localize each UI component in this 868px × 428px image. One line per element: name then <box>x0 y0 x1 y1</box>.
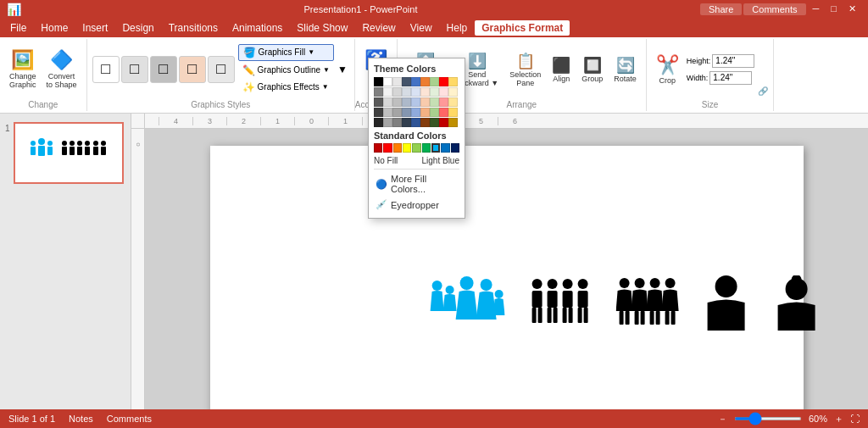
std-color-7[interactable] <box>431 143 440 153</box>
theme-color-3-8[interactable] <box>439 97 448 107</box>
theme-color-1-7[interactable] <box>430 77 439 86</box>
menu-slideshow[interactable]: Slide Show <box>290 20 354 36</box>
theme-color-1-1[interactable] <box>374 77 383 86</box>
std-color-6[interactable] <box>422 143 431 153</box>
minimize-btn[interactable]: ─ <box>808 3 825 15</box>
close-btn[interactable]: ✕ <box>843 3 861 15</box>
theme-color-3-4[interactable] <box>402 97 411 107</box>
style-box-5[interactable]: □ <box>208 56 235 83</box>
crop-btn[interactable]: ✂️ Crop <box>652 52 683 87</box>
theme-color-3-5[interactable] <box>411 97 420 107</box>
style-box-2[interactable]: □ <box>121 56 148 83</box>
ribbon-styles-group: □ □ □ □ □ 🪣 Graphics Fill ▼ ✏️ <box>87 39 355 111</box>
theme-color-3-3[interactable] <box>392 97 402 107</box>
slide-canvas[interactable] <box>210 146 804 409</box>
comments-button[interactable]: Comments <box>743 3 805 15</box>
share-button[interactable]: Share <box>700 3 742 15</box>
menu-graphics-format[interactable]: Graphics Format <box>475 20 570 36</box>
std-color-2[interactable] <box>383 143 392 153</box>
menu-home[interactable]: Home <box>34 20 75 36</box>
std-color-5[interactable] <box>412 143 420 153</box>
menu-transitions[interactable]: Transitions <box>162 20 225 36</box>
slide-thumbnail[interactable] <box>14 122 124 184</box>
theme-color-5-9[interactable] <box>448 118 458 127</box>
menu-help[interactable]: Help <box>440 20 475 36</box>
theme-color-4-7[interactable] <box>430 108 439 117</box>
theme-color-4-2[interactable] <box>383 108 392 117</box>
theme-color-1-6[interactable] <box>420 77 430 86</box>
graphics-outline-btn[interactable]: ✏️ Graphics Outline ▼ <box>238 63 334 78</box>
style-box-1[interactable]: □ <box>92 56 120 83</box>
theme-color-4-5[interactable] <box>411 108 420 117</box>
theme-color-3-2[interactable] <box>383 97 392 107</box>
theme-color-5-7[interactable] <box>430 118 439 127</box>
size-expand-btn[interactable]: 🔗 <box>758 86 768 96</box>
align-btn[interactable]: ⬛ Align <box>548 53 575 86</box>
theme-color-5-5[interactable] <box>411 118 420 127</box>
height-input[interactable] <box>712 54 754 68</box>
menu-file[interactable]: File <box>3 20 33 36</box>
zoom-slider[interactable] <box>734 417 802 420</box>
notes-btn[interactable]: Notes <box>69 414 93 424</box>
fit-slide-btn[interactable]: ⛶ <box>850 414 860 424</box>
width-input[interactable] <box>709 71 752 85</box>
graphics-fill-btn[interactable]: 🪣 Graphics Fill ▼ <box>238 44 334 61</box>
theme-color-1-3[interactable] <box>392 77 402 86</box>
theme-color-2-8[interactable] <box>439 87 448 97</box>
theme-color-2-4[interactable] <box>402 87 411 97</box>
menu-animations[interactable]: Animations <box>225 20 289 36</box>
std-color-4[interactable] <box>403 143 411 153</box>
theme-color-2-3[interactable] <box>392 87 402 97</box>
zoom-out-btn[interactable]: － <box>718 413 727 425</box>
rotate-btn[interactable]: 🔄 Rotate <box>609 53 641 86</box>
group-btn[interactable]: 🔲 Group <box>577 53 607 86</box>
theme-color-5-3[interactable] <box>392 118 402 127</box>
selection-pane-btn[interactable]: 📋 SelectionPane <box>505 49 545 90</box>
theme-color-2-5[interactable] <box>411 87 420 97</box>
theme-color-5-8[interactable] <box>439 118 448 127</box>
theme-color-1-9[interactable] <box>448 77 458 86</box>
std-color-8[interactable] <box>441 143 449 153</box>
std-color-9[interactable] <box>451 143 459 153</box>
theme-color-4-3[interactable] <box>392 108 402 117</box>
change-graphic-btn[interactable]: 🖼️ ChangeGraphic <box>5 47 41 92</box>
convert-to-shape-btn[interactable]: 🔷 Convertto Shape <box>42 47 81 92</box>
theme-color-1-5[interactable] <box>411 77 420 86</box>
theme-color-2-2[interactable] <box>383 87 392 97</box>
theme-color-3-6[interactable] <box>420 97 430 107</box>
std-color-3[interactable] <box>393 143 402 153</box>
comments-status[interactable]: Comments <box>107 414 152 424</box>
theme-color-5-1[interactable] <box>374 118 383 127</box>
zoom-in-btn[interactable]: ＋ <box>834 413 843 425</box>
std-color-1[interactable] <box>374 143 382 153</box>
theme-color-1-8[interactable] <box>439 77 448 86</box>
graphics-effects-btn[interactable]: ✨ Graphics Effects ▼ <box>238 80 334 95</box>
theme-color-1-2[interactable] <box>383 77 392 86</box>
theme-color-5-4[interactable] <box>402 118 411 127</box>
theme-color-5-2[interactable] <box>383 118 392 127</box>
theme-color-4-1[interactable] <box>374 108 383 117</box>
theme-color-3-7[interactable] <box>430 97 439 107</box>
theme-color-2-6[interactable] <box>420 87 430 97</box>
theme-color-4-9[interactable] <box>448 108 458 117</box>
menu-view[interactable]: View <box>403 20 439 36</box>
theme-color-2-9[interactable] <box>448 87 458 97</box>
menu-insert[interactable]: Insert <box>75 20 114 36</box>
styles-expand-btn[interactable]: ▼ <box>336 62 349 77</box>
style-box-3[interactable]: □ <box>150 56 177 83</box>
maximize-btn[interactable]: □ <box>826 3 842 15</box>
theme-color-4-6[interactable] <box>420 108 430 117</box>
theme-color-4-8[interactable] <box>439 108 448 117</box>
menu-design[interactable]: Design <box>115 20 160 36</box>
theme-color-5-6[interactable] <box>420 118 430 127</box>
theme-color-4-4[interactable] <box>402 108 411 117</box>
theme-color-3-1[interactable] <box>374 97 383 107</box>
eyedropper-btn[interactable]: 💉 Eyedropper <box>374 197 459 213</box>
theme-color-3-9[interactable] <box>448 97 458 107</box>
more-fill-colors-btn[interactable]: 🔵 More Fill Colors... <box>374 171 459 197</box>
style-box-4[interactable]: □ <box>179 56 206 83</box>
theme-color-2-7[interactable] <box>430 87 439 97</box>
theme-color-2-1[interactable] <box>374 87 383 97</box>
menu-review[interactable]: Review <box>355 20 402 36</box>
theme-color-1-4[interactable] <box>402 77 411 86</box>
